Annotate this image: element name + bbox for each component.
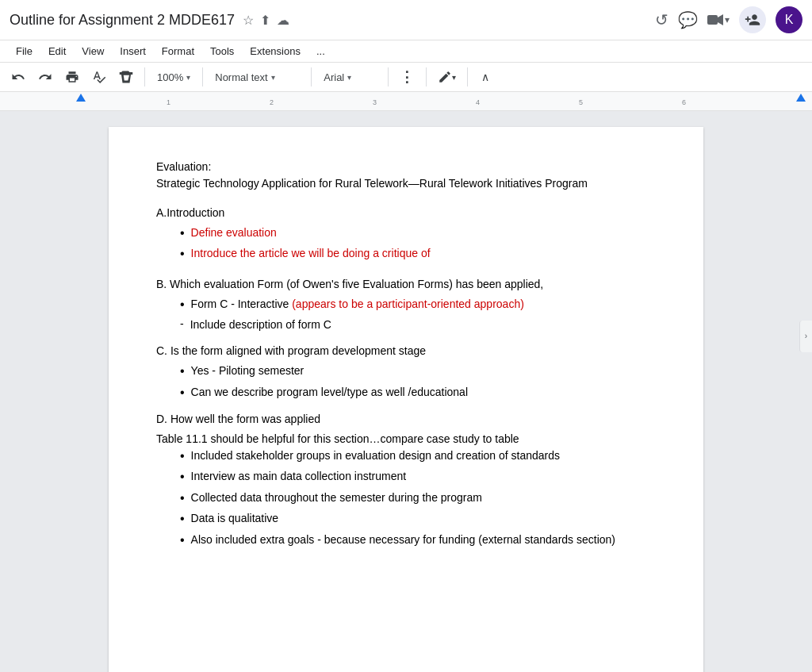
section-b-heading: B. Which evaluation Form (of Owen's five… [156, 276, 656, 293]
section-b-dash-1: - Include description of form C [180, 317, 656, 333]
evaluation-label: Evaluation: [156, 159, 656, 175]
bullet-icon: • [180, 296, 185, 313]
zoom-select[interactable]: 100% ▾ [151, 66, 196, 88]
bullet-icon: • [180, 384, 185, 401]
bullet-icon: • [180, 510, 185, 528]
section-b-item-1: • Form C - Interactive (appears to be a … [180, 296, 656, 313]
section-d-item-3-text: Collected data throughout the semester d… [191, 490, 482, 506]
menu-more[interactable]: ... [310, 42, 331, 60]
section-d-item-2-text: Interview as main data collection instru… [191, 468, 407, 485]
zoom-arrow: ▾ [186, 73, 190, 82]
dash-icon: - [180, 317, 184, 332]
document-area: Evaluation: Strategic Technology Applica… [0, 111, 812, 672]
bullet-icon: • [180, 468, 185, 486]
toolbar: 100% ▾ Normal text ▾ Arial ▾ ⋮ ▾ ∧ [0, 63, 812, 92]
bullet-icon: • [180, 490, 185, 507]
divider-1 [144, 67, 145, 86]
menu-tools[interactable]: Tools [204, 42, 240, 60]
cloud-icon[interactable]: ☁ [277, 13, 289, 28]
section-a-item-1-text: Define evaluation [191, 225, 277, 241]
side-panel-toggle[interactable]: › [799, 321, 812, 352]
section-c-item-2-text: Can we describe program level/type as we… [191, 384, 468, 401]
title-icons: ☆ ⬆ ☁ [243, 13, 289, 28]
section-d-item-5: • Also included extra goals - because ne… [180, 532, 656, 549]
chevron-right-icon: › [805, 332, 807, 340]
spellcheck-button[interactable] [87, 66, 111, 88]
section-b-dash-1-text: Include description of form C [190, 317, 331, 333]
section-d-item-2: • Interview as main data collection inst… [180, 468, 656, 486]
bullet-icon: • [180, 225, 185, 242]
section-a-list: • Define evaluation • Introduce the arti… [180, 225, 656, 263]
section-d-item-3: • Collected data throughout the semester… [180, 490, 656, 507]
svg-marker-1 [718, 14, 723, 25]
menu-insert[interactable]: Insert [113, 42, 152, 60]
style-label: Normal text [215, 71, 267, 83]
bullet-icon: • [180, 447, 185, 465]
divider-2 [202, 67, 203, 86]
section-c-heading: C. Is the form aligned with program deve… [156, 343, 656, 359]
font-label: Arial [324, 71, 344, 83]
history-icon[interactable]: ↺ [655, 10, 668, 29]
star-icon[interactable]: ☆ [243, 13, 254, 28]
section-b-item-1-text: Form C - Interactive (appears to be a pa… [191, 296, 524, 313]
section-c-list: • Yes - Piloting semester • Can we descr… [180, 363, 656, 401]
video-icon[interactable]: ▾ [707, 13, 730, 26]
section-a-item-2-text: Introduce the article we will be doing a… [191, 245, 431, 262]
section-c-item-1: • Yes - Piloting semester [180, 363, 656, 380]
menu-bar: File Edit View Insert Format Tools Exten… [0, 40, 812, 63]
section-d-list: • Included stakeholder groups in evaluat… [180, 447, 656, 549]
style-select[interactable]: Normal text ▾ [209, 66, 304, 88]
title-right-controls: ↺ 💬 ▾ K [655, 6, 802, 33]
divider-6 [467, 67, 468, 86]
section-d-item-5-text: Also included extra goals - because nece… [191, 532, 615, 548]
style-arrow: ▾ [271, 73, 275, 82]
menu-format[interactable]: Format [155, 42, 201, 60]
section-d-item-4: • Data is qualitative [180, 510, 656, 528]
ruler: 1 2 3 4 5 6 [0, 92, 812, 111]
divider-4 [388, 67, 389, 86]
section-a: A.Introduction • Define evaluation • Int… [156, 205, 656, 263]
collapse-icon: ∧ [481, 71, 489, 83]
menu-extensions[interactable]: Extensions [243, 42, 307, 60]
redo-button[interactable] [33, 66, 57, 88]
divider-3 [311, 67, 312, 86]
menu-view[interactable]: View [75, 42, 110, 60]
section-d-subheading: Table 11.1 should be helpful for this se… [156, 431, 656, 447]
menu-edit[interactable]: Edit [42, 42, 72, 60]
undo-button[interactable] [6, 66, 30, 88]
section-d-item-1: • Included stakeholder groups in evaluat… [180, 447, 656, 465]
upload-icon[interactable]: ⬆ [260, 13, 270, 28]
section-d-item-1-text: Included stakeholder groups in evaluatio… [191, 447, 560, 464]
font-select[interactable]: Arial ▾ [318, 66, 381, 88]
document-title: Outline for Assignment 2 MDDE617 [10, 12, 235, 29]
section-a-item-1: • Define evaluation [180, 225, 656, 242]
program-title: Strategic Technology Application for Rur… [156, 175, 656, 192]
section-d-heading: D. How well the form was applied [156, 411, 656, 428]
edit-arrow: ▾ [452, 73, 456, 82]
edit-button[interactable]: ▾ [433, 66, 461, 88]
section-c-item-1-text: Yes - Piloting semester [191, 363, 304, 379]
comment-icon[interactable]: 💬 [678, 10, 698, 29]
add-person-button[interactable] [739, 6, 766, 33]
more-options-button[interactable]: ⋮ [395, 66, 419, 88]
font-arrow: ▾ [347, 73, 351, 82]
bullet-icon: • [180, 532, 185, 549]
section-d: D. How well the form was applied Table 1… [156, 411, 656, 549]
more-icon: ⋮ [400, 68, 415, 86]
menu-file[interactable]: File [10, 42, 39, 60]
collapse-button[interactable]: ∧ [474, 66, 496, 88]
doc-header-section: Evaluation: Strategic Technology Applica… [156, 159, 656, 192]
bullet-icon: • [180, 363, 185, 380]
section-b-list: • Form C - Interactive (appears to be a … [180, 296, 656, 333]
section-b: B. Which evaluation Form (of Owen's five… [156, 276, 656, 333]
user-initial: K [785, 13, 794, 27]
divider-5 [426, 67, 427, 86]
user-avatar[interactable]: K [776, 6, 802, 33]
section-a-heading: A.Introduction [156, 205, 656, 221]
section-c: C. Is the form aligned with program deve… [156, 343, 656, 401]
document-page: Evaluation: Strategic Technology Applica… [109, 127, 703, 672]
print-button[interactable] [60, 66, 84, 88]
section-d-item-4-text: Data is qualitative [191, 510, 279, 527]
paint-format-button[interactable] [114, 66, 138, 88]
svg-rect-0 [707, 15, 718, 25]
